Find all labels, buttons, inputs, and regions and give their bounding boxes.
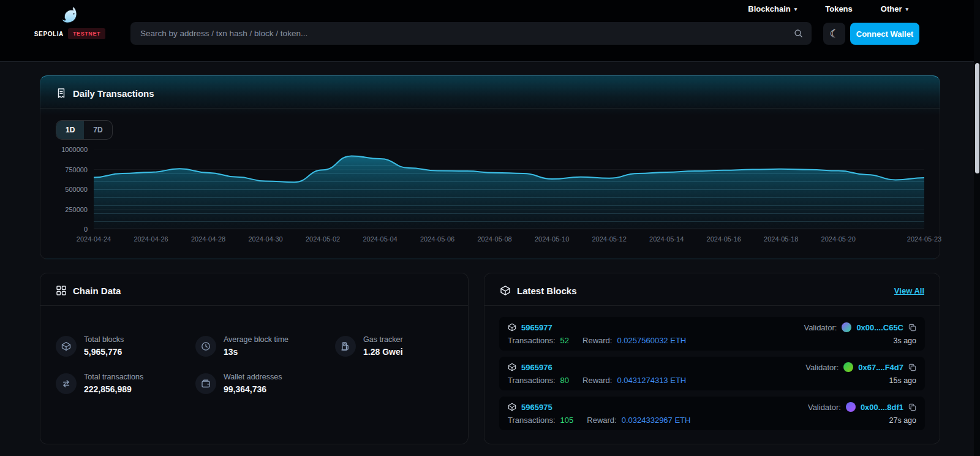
logo-whale-icon	[60, 3, 80, 26]
chain-data-card: Chain Data Total blocks 5,965,776	[40, 273, 469, 444]
validator-address-link[interactable]: 0x00....C65C	[856, 323, 903, 332]
cube-icon	[500, 285, 511, 296]
y-axis-tick: 0	[84, 226, 88, 233]
page: SEPOLIA TESTNET Blockchain ▾ Tokens Othe…	[0, 0, 980, 456]
transactions-count[interactable]: 105	[560, 416, 574, 425]
block-list: 5965977 Validator: 0x00....C65C	[484, 306, 940, 430]
network-name: SEPOLIA	[34, 31, 64, 37]
validator-avatar	[842, 322, 851, 332]
block-cube-icon	[508, 403, 516, 411]
x-axis-tick: 2024-05-12	[592, 235, 627, 243]
transactions-count[interactable]: 52	[560, 336, 569, 345]
wallet-icon	[195, 373, 216, 394]
transactions-count[interactable]: 80	[560, 376, 569, 385]
x-axis-tick: 2024-04-28	[191, 235, 225, 243]
validator-avatar	[846, 402, 856, 412]
block-age: 3s ago	[893, 336, 916, 345]
search-input[interactable]	[130, 29, 794, 38]
connect-wallet-button[interactable]: Connect Wallet	[850, 23, 919, 45]
stat-value: 99,364,736	[224, 384, 282, 394]
x-axis-tick: 2024-05-06	[420, 235, 454, 243]
chart-x-axis: 2024-04-242024-04-262024-04-282024-04-30…	[94, 235, 924, 245]
stat-average-block-time: Average block time 13s	[195, 335, 335, 357]
block-number-link[interactable]: 5965977	[521, 323, 552, 332]
grid-blocks-icon	[56, 285, 67, 296]
x-axis-tick: 2024-05-18	[764, 235, 798, 243]
network-badge: TESTNET	[68, 28, 105, 39]
block-cube-icon	[508, 323, 516, 332]
x-axis-tick: 2024-05-14	[649, 235, 684, 243]
view-all-link[interactable]: View All	[894, 286, 924, 295]
stat-value: 13s	[224, 347, 288, 357]
block-row: 5965977 Validator: 0x00....C65C	[499, 317, 925, 351]
latest-blocks-card: Latest Blocks View All	[484, 273, 940, 444]
validator-label: Validator:	[808, 403, 841, 412]
bottom-row: Chain Data Total blocks 5,965,776	[40, 273, 940, 444]
range-tabs: 1D 7D	[56, 120, 113, 140]
copy-icon[interactable]	[908, 324, 916, 332]
stat-total-transactions: Total transactions 222,856,989	[56, 373, 195, 394]
daily-transactions-card: Daily Transactions 1D 7D 025000050000075…	[40, 75, 940, 259]
transactions-label: Transactions:	[508, 376, 556, 385]
y-axis-tick: 750000	[65, 166, 88, 173]
block-number-link[interactable]: 5965975	[521, 403, 552, 412]
swap-arrows-icon	[56, 373, 77, 394]
brand[interactable]: SEPOLIA TESTNET	[37, 3, 103, 39]
daily-transactions-header: Daily Transactions	[40, 76, 940, 108]
latest-blocks-header: Latest Blocks View All	[484, 273, 940, 306]
validator-address-link[interactable]: 0x00....8df1	[861, 403, 903, 412]
x-axis-tick: 2024-05-20	[821, 235, 856, 243]
scrollbar[interactable]	[974, 0, 980, 456]
block-row: 5965976 Validator: 0x67....F4d7	[499, 357, 925, 390]
nav-tokens[interactable]: Tokens	[825, 4, 853, 13]
nav-other[interactable]: Other ▾	[881, 4, 908, 13]
reward-value: 0.0324332967 ETH	[622, 416, 691, 425]
stat-label: Wallet addresses	[224, 373, 282, 381]
transactions-label: Transactions:	[508, 416, 556, 425]
x-axis-tick: 2024-05-23	[907, 235, 941, 243]
search-icon[interactable]	[794, 29, 803, 38]
validator-avatar	[843, 362, 853, 372]
x-axis-tick: 2024-05-16	[707, 235, 741, 243]
x-axis-tick: 2024-04-24	[77, 235, 111, 243]
stat-value: 5,965,776	[84, 347, 124, 357]
cube-icon	[56, 336, 77, 357]
x-axis-tick: 2024-04-26	[134, 235, 168, 243]
tab-7d[interactable]: 7D	[84, 121, 111, 139]
copy-icon[interactable]	[908, 363, 916, 371]
block-number-link[interactable]: 5965976	[521, 363, 552, 372]
transactions-label: Transactions:	[508, 336, 556, 345]
top-nav: Blockchain ▾ Tokens Other ▾	[748, 4, 908, 13]
stat-label: Average block time	[224, 335, 288, 344]
search-bar[interactable]	[130, 22, 812, 45]
dark-mode-toggle[interactable]: ☾	[823, 23, 845, 45]
block-age: 15s ago	[889, 376, 916, 385]
daily-transactions-title: Daily Transactions	[73, 88, 154, 99]
copy-icon[interactable]	[908, 403, 916, 411]
gas-pump-icon	[335, 336, 356, 357]
x-axis-tick: 2024-05-04	[363, 235, 397, 243]
nav-blockchain-label: Blockchain	[748, 4, 790, 13]
moon-icon: ☾	[829, 28, 839, 40]
stat-value: 1.28 Gwei	[363, 347, 403, 357]
x-axis-tick: 2024-05-10	[535, 235, 569, 243]
validator-address-link[interactable]: 0x67....F4d7	[858, 363, 903, 372]
block-row: 5965975 Validator: 0x00....8df1	[499, 397, 925, 430]
area-chart	[94, 150, 924, 229]
nav-blockchain[interactable]: Blockchain ▾	[748, 4, 797, 13]
x-axis-tick: 2024-05-08	[477, 235, 511, 243]
nav-tokens-label: Tokens	[825, 4, 853, 13]
daily-transactions-chart: 02500005000007500001000000 2024-04-24202…	[56, 150, 924, 245]
tab-1d[interactable]: 1D	[56, 121, 84, 139]
stat-total-blocks: Total blocks 5,965,776	[56, 335, 195, 357]
clock-icon	[195, 336, 216, 357]
y-axis-tick: 1000000	[61, 146, 88, 153]
x-axis-tick: 2024-04-30	[248, 235, 282, 243]
stat-label: Total blocks	[84, 335, 124, 344]
reward-label: Reward:	[582, 376, 612, 385]
reward-label: Reward:	[582, 336, 612, 345]
chain-data-header: Chain Data	[40, 273, 468, 306]
reward-value: 0.0431274313 ETH	[617, 376, 686, 385]
stat-value: 222,856,989	[84, 384, 143, 394]
scrollbar-thumb[interactable]	[975, 63, 979, 173]
